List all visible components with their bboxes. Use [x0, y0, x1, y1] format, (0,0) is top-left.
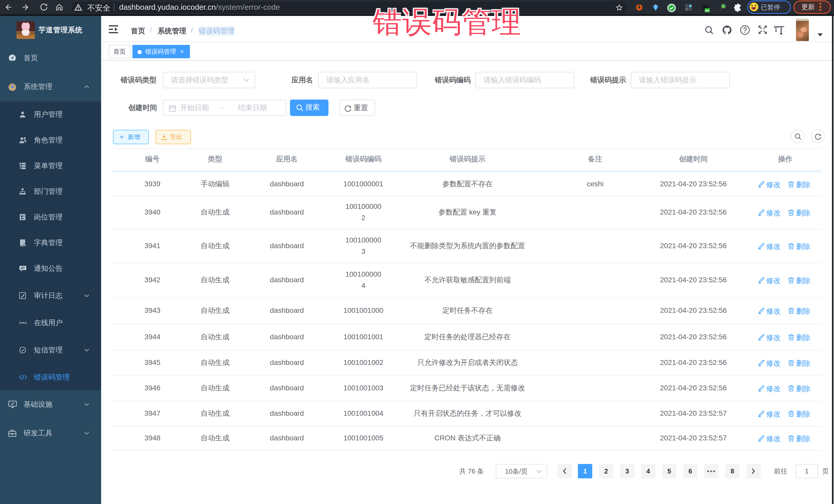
svg-text:on: on	[705, 8, 709, 12]
